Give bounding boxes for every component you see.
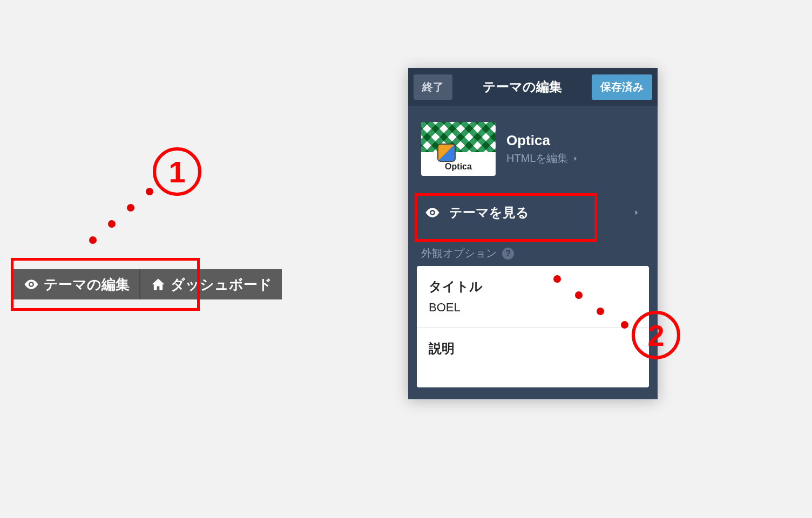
- annotation-step-1: 1: [153, 147, 201, 196]
- title-field-value: BOEL: [429, 301, 637, 315]
- view-themes-label: テーマを見る: [449, 204, 529, 221]
- chevron-right-icon: [632, 208, 641, 217]
- theme-thumbnail-caption: Optica: [421, 152, 496, 176]
- theme-name: Optica: [506, 132, 580, 149]
- user-toolbar: テーマの編集 ダッシュボード: [13, 269, 282, 299]
- annotation-step-1-number: 1: [168, 154, 185, 189]
- current-theme-row: Optica Optica HTMLを編集: [408, 106, 658, 189]
- appearance-options-card: タイトル BOEL 説明: [417, 266, 649, 387]
- annotation-dot: [553, 275, 561, 283]
- saved-button-label: 保存済み: [600, 81, 644, 93]
- annotation-step-2-number: 2: [647, 318, 664, 353]
- description-section[interactable]: 説明: [417, 328, 649, 387]
- annotation-dot: [127, 204, 134, 212]
- theme-thumbnail: Optica: [421, 122, 496, 176]
- annotation-dot: [575, 291, 583, 299]
- eye-icon: [424, 205, 441, 221]
- edit-html-label: HTMLを編集: [506, 151, 568, 166]
- annotation-dot: [621, 321, 628, 329]
- annotation-step-2: 2: [632, 311, 680, 359]
- view-themes-row[interactable]: テーマを見る: [417, 192, 649, 233]
- help-icon[interactable]: ?: [502, 248, 514, 260]
- annotation-dot: [108, 220, 116, 228]
- annotation-dot: [146, 188, 153, 195]
- panel-header: 終了 テーマの編集 保存済み: [408, 68, 658, 106]
- theme-thumbnail-icon: [437, 144, 456, 162]
- panel-title: テーマの編集: [452, 78, 592, 96]
- dashboard-label: ダッシュボード: [171, 275, 272, 294]
- theme-meta: Optica HTMLを編集: [506, 132, 580, 166]
- description-field-label: 説明: [429, 340, 637, 357]
- title-field-label: タイトル: [429, 278, 637, 295]
- appearance-options-header: 外観オプション ?: [408, 233, 658, 266]
- exit-button-label: 終了: [422, 81, 444, 93]
- annotation-dot: [597, 308, 604, 315]
- exit-button[interactable]: 終了: [414, 74, 452, 100]
- home-icon: [150, 276, 166, 292]
- edit-theme-label: テーマの編集: [44, 275, 130, 294]
- dashboard-button[interactable]: ダッシュボード: [140, 269, 282, 299]
- edit-theme-button[interactable]: テーマの編集: [13, 269, 139, 299]
- edit-html-link[interactable]: HTMLを編集: [506, 151, 580, 166]
- theme-editor-panel: 終了 テーマの編集 保存済み Optica Optica HTMLを編集 テーマ…: [408, 68, 658, 399]
- appearance-options-label: 外観オプション: [421, 246, 497, 261]
- chevron-right-icon: [571, 154, 580, 163]
- saved-button[interactable]: 保存済み: [592, 74, 652, 100]
- eye-icon: [23, 276, 39, 292]
- theme-thumbnail-pattern: [421, 122, 496, 152]
- title-section[interactable]: タイトル BOEL: [417, 266, 649, 328]
- annotation-dot: [89, 236, 97, 244]
